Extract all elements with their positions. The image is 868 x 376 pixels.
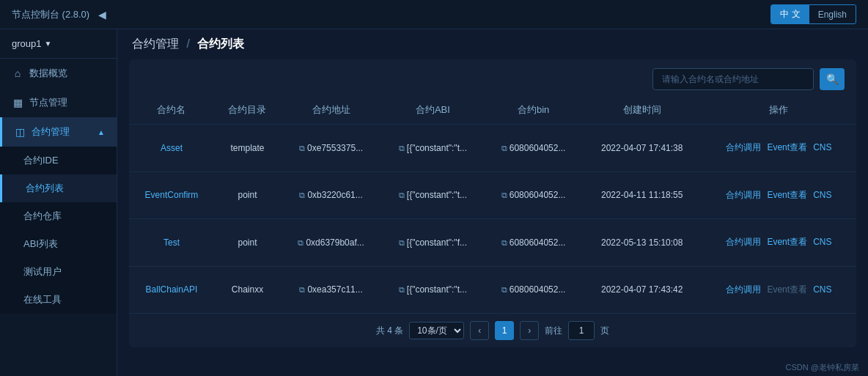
- home-icon: ⌂: [12, 67, 23, 79]
- sub-nav-contract-ide[interactable]: 合约IDE: [0, 147, 117, 174]
- goto-label: 前往: [545, 325, 562, 337]
- action-cell: 合约调用Event查看CNS: [702, 125, 856, 172]
- sub-nav-abi-list[interactable]: ABI列表: [0, 230, 117, 258]
- search-bar: 🔍: [129, 59, 856, 96]
- col-created-time: 创建时间: [583, 96, 702, 125]
- search-button[interactable]: 🔍: [820, 68, 845, 90]
- action-event-view-link[interactable]: Event查看: [767, 142, 807, 152]
- contract-abi: ⧉[{"constant":"t...: [381, 125, 484, 172]
- action-contract-invoke-link[interactable]: 合约调用: [726, 237, 761, 247]
- contract-abi: ⧉[{"constant":"t...: [381, 266, 484, 314]
- action-contract-invoke-link[interactable]: 合约调用: [726, 284, 761, 295]
- contract-bin: ⧉6080604052...: [485, 172, 583, 219]
- contract-abi: ⧉[{"constant":"f...: [381, 219, 484, 267]
- copy-bin-icon[interactable]: ⧉: [501, 144, 507, 153]
- action-cns-link[interactable]: CNS: [813, 190, 831, 200]
- lang-en-button[interactable]: English: [809, 5, 856, 23]
- action-contract-invoke-link[interactable]: 合约调用: [726, 142, 761, 152]
- footer: CSDN @老钟私房菜: [117, 359, 868, 376]
- contract-name-link[interactable]: Asset: [161, 143, 183, 153]
- group-chevron-icon: ▼: [44, 40, 51, 48]
- col-contract-abi: 合约ABI: [381, 96, 484, 125]
- action-cell: 合约调用Event查看CNS: [702, 219, 856, 267]
- copy-abi-icon[interactable]: ⧉: [399, 285, 405, 295]
- copy-bin-icon[interactable]: ⧉: [501, 191, 507, 200]
- col-contract-address: 合约地址: [281, 96, 381, 125]
- content-area: 合约管理 / 合约列表 🔍 合约名 合约目录 合约地址 合: [117, 29, 868, 376]
- copy-abi-icon[interactable]: ⧉: [399, 144, 405, 153]
- table-header-row: 合约名 合约目录 合约地址 合约ABI 合约bin 创建时间 操作: [129, 96, 856, 125]
- copy-abi-icon[interactable]: ⧉: [399, 191, 405, 200]
- sidebar-toggle-icon[interactable]: ◀: [98, 9, 106, 21]
- table-row: Assettemplate⧉0xe7553375...⧉[{"constant"…: [129, 125, 856, 172]
- page-size-select[interactable]: 10条/页: [409, 322, 464, 339]
- created-time: 2022-04-07 17:41:38: [583, 125, 702, 172]
- pagination: 共 4 条 10条/页 ‹ 1 › 前往 页: [129, 314, 856, 347]
- col-actions: 操作: [702, 96, 856, 125]
- sub-nav-online-tools[interactable]: 在线工具: [0, 286, 117, 314]
- action-cns-link[interactable]: CNS: [813, 284, 831, 295]
- action-cns-link[interactable]: CNS: [813, 237, 831, 247]
- breadcrumb-parent: 合约管理: [132, 37, 179, 50]
- contract-abi: ⧉[{"constant":"t...: [381, 172, 484, 219]
- col-contract-bin: 合约bin: [485, 96, 583, 125]
- sub-nav-contract-list-label: 合约列表: [26, 182, 64, 195]
- action-event-view-link[interactable]: Event查看: [767, 284, 807, 295]
- sub-nav-contract-ide-label: 合约IDE: [23, 154, 59, 167]
- table-container: 🔍 合约名 合约目录 合约地址 合约ABI 合约bin 创建时间 操作: [129, 59, 856, 347]
- contract-address: ⧉0xe7553375...: [281, 125, 381, 172]
- lang-switcher: 中 文 English: [770, 4, 856, 24]
- contract-dir: point: [214, 219, 281, 267]
- goto-page-input[interactable]: [568, 321, 595, 340]
- sub-nav-test-user[interactable]: 测试用户: [0, 258, 117, 286]
- contract-name-link[interactable]: EventConfirm: [145, 190, 199, 200]
- sub-nav-online-tools-label: 在线工具: [23, 293, 62, 306]
- copy-abi-icon[interactable]: ⧉: [399, 238, 405, 248]
- action-cell: 合约调用Event查看CNS: [702, 172, 856, 219]
- app-title: 节点控制台 (2.8.0): [12, 8, 89, 21]
- calendar-icon: ▦: [12, 97, 23, 108]
- sub-nav-contract-warehouse[interactable]: 合约仓库: [0, 202, 117, 230]
- group-selector[interactable]: group1 ▼: [0, 29, 117, 59]
- copy-bin-icon[interactable]: ⧉: [501, 285, 507, 295]
- page-1-button[interactable]: 1: [495, 321, 514, 340]
- contract-bin: ⧉6080604052...: [485, 266, 583, 314]
- sub-nav-contract-list[interactable]: 合约列表: [0, 174, 117, 202]
- next-page-button[interactable]: ›: [520, 321, 539, 340]
- sidebar-item-data-overview[interactable]: ⌂ 数据概览: [0, 59, 117, 88]
- contract-name-link[interactable]: Test: [163, 237, 180, 248]
- sidebar-item-node-management[interactable]: ▦ 节点管理: [0, 88, 117, 117]
- sub-nav-test-user-label: 测试用户: [23, 265, 62, 279]
- action-event-view-link[interactable]: Event查看: [767, 190, 807, 200]
- contract-table: 合约名 合约目录 合约地址 合约ABI 合约bin 创建时间 操作 Assett…: [129, 96, 856, 314]
- table-row: EventConfirmpoint⧉0xb3220c61...⧉[{"const…: [129, 172, 856, 219]
- action-contract-invoke-link[interactable]: 合约调用: [726, 190, 761, 200]
- contract-sub-nav: 合约IDE 合约列表 合约仓库 ABI列表 测试用户 在线工具: [0, 147, 117, 314]
- top-bar: 节点控制台 (2.8.0) ◀ 中 文 English: [0, 0, 868, 29]
- search-input[interactable]: [652, 68, 814, 90]
- copy-address-icon[interactable]: ⧉: [299, 285, 305, 295]
- sub-nav-contract-warehouse-label: 合约仓库: [23, 210, 62, 223]
- contract-bin: ⧉6080604052...: [485, 219, 583, 267]
- prev-page-button[interactable]: ‹: [470, 321, 489, 340]
- sub-nav-abi-list-label: ABI列表: [23, 237, 58, 251]
- copy-address-icon[interactable]: ⧉: [299, 144, 305, 153]
- contract-name-link[interactable]: BallChainAPI: [146, 284, 198, 295]
- created-time: 2022-04-07 17:43:42: [583, 266, 702, 314]
- created-time: 2022-04-11 11:18:55: [583, 172, 702, 219]
- col-contract-dir: 合约目录: [214, 96, 281, 125]
- contract-address: ⧉0xb3220c61...: [281, 172, 381, 219]
- col-contract-name: 合约名: [129, 96, 214, 125]
- table-row: Testpoint⧉0xd6379b0af...⧉[{"constant":"f…: [129, 219, 856, 267]
- copy-address-icon[interactable]: ⧉: [298, 238, 304, 248]
- copy-address-icon[interactable]: ⧉: [299, 191, 305, 200]
- action-event-view-link[interactable]: Event查看: [767, 237, 807, 247]
- copy-bin-icon[interactable]: ⧉: [501, 238, 507, 248]
- sidebar-item-contract-management[interactable]: ◫ 合约管理 ▲: [0, 117, 117, 147]
- lang-zh-button[interactable]: 中 文: [771, 5, 809, 23]
- action-cns-link[interactable]: CNS: [813, 142, 831, 152]
- contract-dir: Chainxx: [214, 266, 281, 314]
- watermark: CSDN @老钟私房菜: [786, 363, 859, 372]
- created-time: 2022-05-13 15:10:08: [583, 219, 702, 267]
- contract-bin: ⧉6080604052...: [485, 125, 583, 172]
